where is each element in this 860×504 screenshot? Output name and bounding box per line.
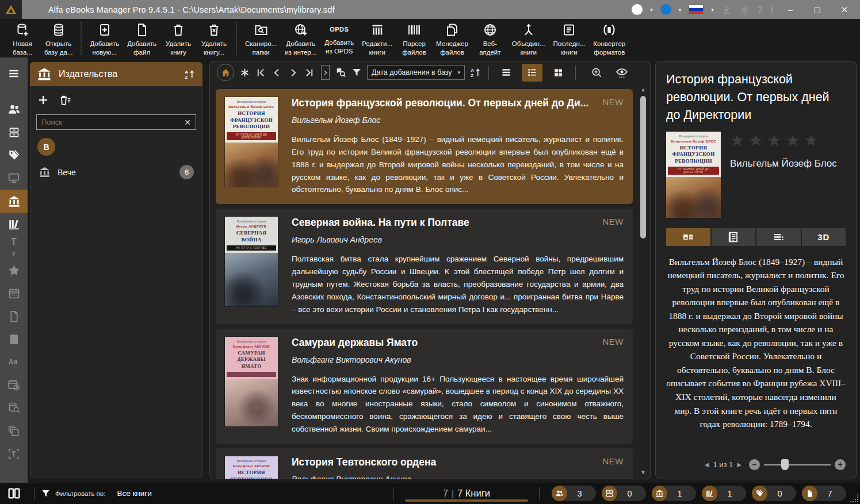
new-database-button[interactable]: Новаябаза... — [5, 19, 40, 57]
recent-books-button[interactable]: Последн...книги — [549, 19, 589, 57]
sidebar-item-titles[interactable] — [0, 443, 28, 465]
delete-publisher-button[interactable] — [59, 94, 71, 106]
star-icon[interactable]: ★ — [767, 132, 785, 149]
sort-direction-icon[interactable] — [470, 67, 481, 78]
pager-next-icon[interactable]: ▶ — [737, 461, 741, 468]
next-record-button[interactable] — [288, 67, 299, 78]
add-new-book-button[interactable]: Добавитьновую... — [86, 19, 123, 57]
files-count-badge[interactable]: 7 — [802, 486, 846, 501]
pager-prev-icon[interactable]: ◀ — [705, 461, 709, 468]
sort-az-icon[interactable] — [184, 68, 196, 80]
scroll-up-icon[interactable]: ▲ — [639, 87, 647, 93]
sidebar-item-publishers[interactable] — [0, 190, 28, 213]
resize-grip[interactable] — [857, 501, 858, 502]
download-update-icon[interactable] — [721, 5, 732, 15]
sidebar-item-database-search[interactable] — [0, 397, 28, 420]
tab-fields[interactable] — [756, 228, 801, 246]
minimize-button[interactable]: – — [781, 5, 800, 14]
book-card[interactable]: Всемирная историяВольфганг АКУНОВИСТОРИЯ… — [216, 448, 633, 479]
star-icon[interactable]: ★ — [730, 132, 748, 149]
cover-zoom-slider[interactable]: – + — [749, 459, 846, 470]
tab-details[interactable] — [712, 228, 756, 246]
previous-record-button[interactable] — [272, 67, 282, 78]
theme-color-swatch-accent[interactable] — [660, 4, 671, 15]
sidebar-item-ebooks[interactable] — [0, 328, 28, 351]
star-icon[interactable]: ★ — [785, 132, 804, 149]
sidebar-item-favorites[interactable] — [0, 259, 28, 282]
book-card[interactable]: Всемирная историяВольфганг АКУНОВСАМУРАИ… — [216, 329, 633, 444]
web-update-button[interactable]: Веб-апдейт — [472, 19, 508, 57]
sidebar-item-authors[interactable] — [0, 98, 28, 121]
saved-search-icon[interactable] — [335, 67, 346, 78]
scrollbar-thumb[interactable] — [640, 96, 646, 238]
merge-books-button[interactable]: Объедин...книги — [508, 19, 549, 57]
first-record-button[interactable] — [255, 67, 266, 78]
publisher-list-item[interactable]: Вече 6 — [36, 160, 196, 184]
authors-count-badge[interactable]: 3 — [552, 486, 596, 501]
scan-folders-button[interactable]: Сканиро...папки — [241, 19, 281, 57]
book-card[interactable]: Всемирная историяИгорь АНДРЕЕВСЕВЕРНАЯ В… — [216, 209, 633, 324]
last-record-button[interactable] — [304, 67, 315, 78]
rating-stars[interactable]: ★★★★★ — [730, 133, 846, 149]
theme-color-swatch-light[interactable] — [632, 4, 643, 15]
sidebar-item-duplicates[interactable] — [0, 420, 28, 443]
tags-count-badge[interactable]: 0 — [752, 486, 796, 501]
sidebar-item-dates[interactable] — [0, 374, 28, 397]
help-icon[interactable]: ? — [757, 4, 763, 16]
sidebar-item-storage[interactable] — [0, 121, 28, 144]
chevron-down-icon[interactable]: ▾ — [711, 7, 714, 13]
add-from-internet-button[interactable]: Добавитьиз интер... — [281, 19, 320, 57]
gear-icon[interactable] — [739, 5, 750, 15]
search-input[interactable] — [41, 118, 181, 126]
view-list-button[interactable] — [522, 64, 542, 82]
file-parser-button[interactable]: Парсерфайлов — [396, 19, 432, 57]
sidebar-item-languages[interactable] — [0, 351, 28, 374]
clear-search-icon[interactable]: ✕ — [184, 118, 191, 127]
info-icon[interactable]: i — [770, 4, 773, 16]
book-card[interactable]: Всемирная историяВильгельм Йозеф БЛОСИСТ… — [216, 89, 633, 204]
sidebar-item-calendar[interactable] — [0, 282, 28, 305]
format-converter-button[interactable]: Конвертерформатов — [589, 19, 629, 57]
home-button[interactable] — [217, 64, 234, 81]
filter-value[interactable]: Все книги — [117, 489, 151, 498]
star-icon[interactable]: ★ — [804, 132, 822, 149]
scroll-down-icon[interactable]: ▼ — [639, 470, 647, 475]
sidebar-item-files[interactable] — [0, 305, 28, 328]
delete-book-permanently-button[interactable]: Удалитькнигу... — [196, 19, 232, 57]
sidebar-item-series[interactable] — [0, 213, 28, 236]
maximize-button[interactable]: ◻ — [808, 5, 827, 15]
zoom-out-icon[interactable]: – — [749, 459, 760, 470]
series-count-badge[interactable]: 1 — [702, 486, 746, 501]
detail-book-cover[interactable]: Всемирная историяВильгельм Йозеф БЛОСИСТ… — [666, 132, 721, 218]
filter-icon[interactable] — [351, 67, 362, 78]
delete-book-button[interactable]: Удалитькнигу — [160, 19, 196, 57]
slider-thumb[interactable] — [781, 459, 789, 470]
sidebar-item-tags[interactable] — [0, 144, 28, 167]
detail-book-author[interactable]: Вильгельм Йозеф Блос — [730, 158, 846, 170]
add-publisher-button[interactable] — [37, 94, 49, 106]
open-database-button[interactable]: Открытьбазу да... — [40, 19, 77, 57]
all-records-icon[interactable] — [239, 67, 250, 78]
chevron-down-icon[interactable]: ▾ — [650, 7, 653, 13]
view-cards-button[interactable] — [548, 64, 568, 82]
alphabet-index-badge[interactable]: В — [37, 138, 55, 156]
close-button[interactable]: ✕ — [835, 5, 854, 15]
language-flag-russian[interactable] — [689, 5, 704, 14]
chevron-down-icon[interactable]: ▾ — [679, 7, 682, 13]
tab-overview[interactable] — [666, 228, 710, 246]
add-file-button[interactable]: Добавитьфайл — [123, 19, 160, 57]
sort-field-dropdown[interactable]: Дата добавления в базу ▾ — [367, 65, 465, 80]
star-icon[interactable]: ★ — [748, 132, 767, 149]
toggle-panels-button[interactable] — [0, 486, 28, 501]
storage-count-badge[interactable]: 0 — [602, 486, 646, 501]
tab-3d[interactable]: 3D — [802, 228, 846, 246]
file-manager-button[interactable]: Менеджерфайлов — [432, 19, 472, 57]
view-options-eye-icon[interactable] — [616, 66, 628, 79]
publishers-count-badge[interactable]: 1 — [652, 486, 696, 501]
add-from-opds-button[interactable]: OPDSДобавитьиз OPDS — [320, 19, 358, 57]
zoom-icon[interactable] — [591, 67, 602, 78]
scrollbar[interactable]: ▲ ▼ — [639, 87, 647, 475]
slider-track[interactable] — [764, 464, 831, 465]
zoom-in-icon[interactable]: + — [835, 459, 846, 470]
sidebar-item-devices[interactable] — [0, 167, 28, 190]
